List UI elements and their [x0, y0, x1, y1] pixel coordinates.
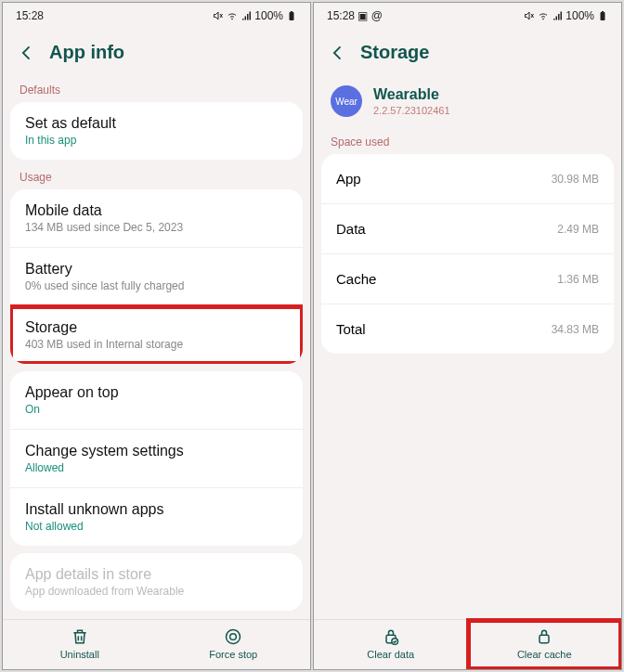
row-unknown-apps[interactable]: Install unknown apps Not allowed [10, 488, 303, 546]
app-icon: Wear [331, 85, 362, 117]
battery-icon [286, 10, 297, 21]
clear-cache-icon [535, 627, 553, 646]
status-icons: 100% [213, 9, 297, 22]
forcestop-button[interactable]: Force stop [157, 620, 311, 669]
card-space: App 30.98 MB Data 2.49 MB Cache 1.36 MB … [321, 154, 614, 354]
bottom-bar: Clear data Clear cache [314, 619, 621, 669]
svg-point-2 [227, 630, 240, 644]
card-permissions: Appear on top On Change system settings … [10, 371, 303, 546]
back-icon[interactable] [18, 44, 36, 62]
section-space-used: Space used [314, 132, 621, 154]
clearcache-button[interactable]: Clear cache [468, 620, 622, 669]
section-defaults: Defaults [3, 80, 310, 102]
phone-left: 15:28 100% App info Defaults Set as defa… [2, 2, 311, 670]
row-set-default[interactable]: Set as default In this app [10, 102, 303, 160]
signal-icon [552, 10, 563, 21]
header: App info [3, 29, 310, 80]
back-icon[interactable] [329, 44, 347, 62]
card-defaults: Set as default In this app [10, 102, 303, 160]
status-icons: 100% [524, 9, 608, 22]
clear-data-icon [382, 627, 400, 646]
cleardata-button[interactable]: Clear data [314, 620, 468, 669]
card-usage: Mobile data 134 MB used since Dec 5, 202… [10, 189, 303, 364]
svg-rect-8 [540, 635, 549, 642]
app-version: 2.2.57.23102461 [373, 105, 450, 116]
bottom-bar: Uninstall Force stop [3, 619, 310, 669]
status-bar: 15:28 100% [3, 3, 310, 29]
phone-right: 15:28 ▣ @ 100% Storage Wear Wearable 2.2… [313, 2, 622, 670]
trash-icon [71, 627, 89, 646]
svg-rect-1 [291, 11, 292, 12]
svg-point-3 [230, 634, 237, 640]
signal-icon [240, 10, 252, 21]
page-title: App info [49, 42, 124, 63]
row-store-details[interactable]: App details in store App downloaded from… [10, 553, 303, 611]
status-bar: 15:28 ▣ @ 100% [314, 3, 621, 29]
app-name: Wearable [373, 86, 450, 103]
row-app: App 30.98 MB [321, 154, 614, 204]
card-store: App details in store App downloaded from… [10, 553, 303, 611]
row-storage[interactable]: Storage 403 MB used in Internal storage [10, 306, 303, 364]
battery-text: 100% [254, 9, 283, 22]
uninstall-button[interactable]: Uninstall [3, 620, 157, 669]
row-battery[interactable]: Battery 0% used since last fully charged [10, 248, 303, 306]
header: Storage [314, 29, 621, 80]
row-total: Total 34.83 MB [321, 304, 614, 354]
svg-rect-0 [290, 12, 294, 20]
row-cache: Cache 1.36 MB [321, 254, 614, 304]
mute-icon [213, 10, 224, 21]
wifi-icon [538, 10, 549, 21]
battery-text: 100% [566, 9, 594, 22]
svg-rect-5 [602, 11, 604, 12]
row-change-system[interactable]: Change system settings Allowed [10, 430, 303, 488]
image-icon: ▣ @ [358, 9, 383, 22]
row-mobile-data[interactable]: Mobile data 134 MB used since Dec 5, 202… [10, 189, 303, 248]
svg-rect-4 [601, 12, 605, 20]
row-data: Data 2.49 MB [321, 204, 614, 254]
clock: 15:28 [327, 9, 355, 22]
section-usage: Usage [3, 167, 310, 189]
clock-row: 15:28 ▣ @ [327, 9, 383, 22]
stop-icon [224, 627, 242, 646]
app-header: Wear Wearable 2.2.57.23102461 [314, 80, 621, 132]
wifi-icon [227, 10, 238, 21]
clock: 15:28 [16, 9, 44, 22]
battery-icon [597, 10, 608, 21]
page-title: Storage [360, 42, 429, 63]
row-appear-on-top[interactable]: Appear on top On [10, 371, 303, 430]
mute-icon [524, 10, 535, 21]
